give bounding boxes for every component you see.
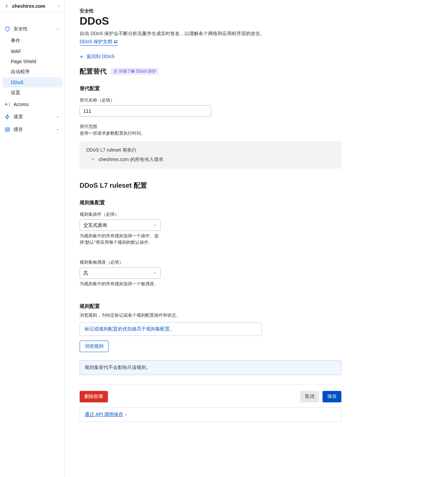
domain-name: cheshirex.com bbox=[12, 3, 45, 9]
sidebar-item-security[interactable]: 安全性 bbox=[0, 23, 64, 35]
cache-icon bbox=[5, 127, 10, 132]
override-name-input[interactable] bbox=[80, 105, 211, 117]
page-title: DDoS bbox=[80, 15, 341, 27]
sidebar-security-submenu: 事件 WAF Page Shield 自动程序 DDoS 设置 bbox=[0, 35, 64, 98]
sidebar-item-speed[interactable]: 速度 bbox=[0, 110, 64, 123]
sidebar: cheshirex.com 安全性 事件 WAF Page Shield 自动程… bbox=[0, 0, 65, 477]
svg-rect-1 bbox=[5, 130, 9, 131]
sidebar-item-label: 安全性 bbox=[13, 26, 52, 32]
docs-link[interactable]: DDoS 保护文档 bbox=[80, 39, 118, 46]
override-title: 配置替代 bbox=[80, 67, 107, 76]
ruleset-sensitivity-select[interactable]: 高 bbox=[80, 267, 161, 279]
rule-config-desc: 浏览规则，为特定标记或各个规则配置操作和状态。 bbox=[80, 312, 341, 318]
ruleset-action-select[interactable]: 交互式质询 bbox=[80, 219, 161, 231]
chevron-right-icon bbox=[58, 5, 60, 7]
sensitivity-label: 规则集敏感度（必填） bbox=[80, 259, 341, 265]
sidebar-item-waf[interactable]: WAF bbox=[11, 46, 64, 56]
name-field-label: 替代名称（必填） bbox=[80, 97, 341, 103]
override-config-header: 替代配置 bbox=[80, 85, 341, 92]
sidebar-item-settings[interactable]: 设置 bbox=[11, 87, 64, 98]
panel-line2: cheshirex.com 的所有传入请求 bbox=[86, 157, 335, 163]
api-save-row: 通过 API 调用保存 bbox=[80, 407, 341, 422]
sidebar-item-label: 缓存 bbox=[13, 127, 52, 133]
sub-arrow-icon bbox=[91, 157, 96, 162]
svg-rect-0 bbox=[5, 128, 9, 129]
chevron-right-icon bbox=[124, 413, 127, 416]
docs-link-text: DDoS 保护文档 bbox=[80, 39, 112, 45]
chevron-down-icon bbox=[56, 115, 60, 119]
bolt-icon bbox=[5, 114, 10, 120]
sidebar-item-events[interactable]: 事件 bbox=[11, 35, 64, 46]
page-description: 自动 DDoS 保护会不断分析流量并生成实时签名，以缓解各个网络和应用程序层的攻… bbox=[80, 31, 341, 37]
sidebar-item-label: Access bbox=[13, 102, 60, 107]
chevron-up-icon bbox=[56, 27, 60, 31]
api-save-link[interactable]: 通过 API 调用保存 bbox=[85, 412, 127, 418]
sidebar-item-page-shield[interactable]: Page Shield bbox=[11, 56, 64, 67]
panel-line1: DDoS L7 ruleset 将执行 bbox=[86, 147, 335, 153]
external-link-icon bbox=[114, 40, 118, 44]
sidebar-item-ddos[interactable]: DDoS bbox=[3, 77, 63, 87]
ruleset-config-title: DDoS L7 ruleset 配置 bbox=[80, 181, 341, 190]
shield-icon bbox=[5, 26, 10, 32]
readonly-notice: 规则集替代不会影响只读规则。 bbox=[80, 360, 341, 375]
breadcrumb: 安全性 bbox=[80, 8, 341, 14]
save-button[interactable]: 保存 bbox=[323, 391, 341, 402]
access-icon bbox=[5, 102, 10, 107]
browse-rules-button[interactable]: 浏览规则 bbox=[80, 341, 109, 352]
priority-notice: 标记或规则配置的优先级高于规则集配置。 bbox=[80, 322, 262, 336]
chevron-down-icon bbox=[56, 128, 60, 132]
back-to-ddos-link[interactable]: 返回到 DDoS bbox=[80, 54, 114, 60]
back-link-text: 返回到 DDoS bbox=[86, 54, 114, 60]
sidebar-item-bots[interactable]: 自动程序 bbox=[11, 67, 64, 77]
action-label: 规则集操作（必填） bbox=[80, 211, 341, 217]
scope-label: 替代范围 bbox=[80, 124, 341, 130]
sensitivity-help: 为规则集中的所有规则选择一个敏感度。 bbox=[80, 281, 341, 287]
delete-deploy-button[interactable]: 删除部署 bbox=[80, 391, 108, 402]
sidebar-item-access[interactable]: Access bbox=[0, 98, 64, 110]
scope-help: 使用一些请求参数配置执行时间。 bbox=[80, 130, 341, 136]
sidebar-item-label: 速度 bbox=[13, 114, 52, 120]
learn-more-badge[interactable]: 详细了解 DDoS 防护 bbox=[111, 68, 159, 75]
main-content: 安全性 DDoS 自动 DDoS 保护会不断分析流量并生成实时签名，以缓解各个网… bbox=[65, 0, 341, 477]
arrow-left-icon bbox=[80, 54, 84, 59]
scope-info-panel: DDoS L7 ruleset 将执行 cheshirex.com 的所有传入请… bbox=[80, 141, 341, 169]
book-icon bbox=[113, 70, 117, 74]
action-help: 为规则集中的所有规则选择一个操作。选择"默认"将应用每个规则的默认操作。 bbox=[80, 233, 161, 246]
sidebar-item-cache[interactable]: 缓存 bbox=[0, 123, 64, 136]
ruleset-header: 规则集配置 bbox=[80, 200, 341, 206]
sidebar-domain-header[interactable]: cheshirex.com bbox=[0, 0, 64, 12]
cancel-button[interactable]: 取消 bbox=[300, 391, 319, 402]
back-arrow-icon[interactable] bbox=[4, 3, 9, 9]
learn-more-text: 详细了解 DDoS 防护 bbox=[119, 69, 156, 74]
footer-actions: 删除部署 取消 保存 bbox=[80, 385, 341, 402]
rule-config-header: 规则配置 bbox=[80, 303, 341, 310]
